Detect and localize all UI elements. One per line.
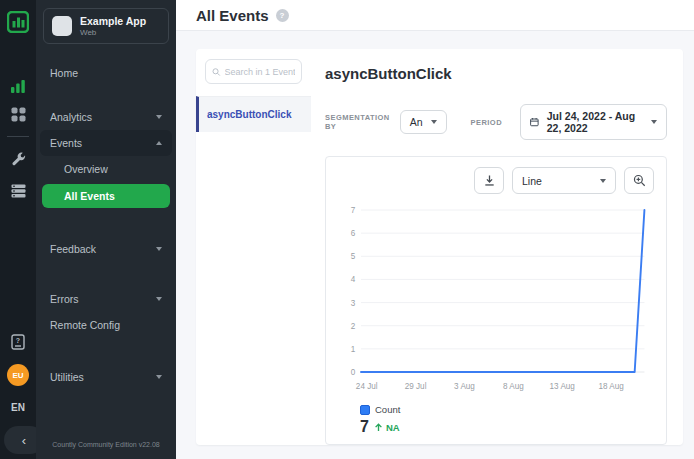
arrow-up-icon (374, 423, 383, 432)
sidebar-item-label: Events (50, 137, 82, 149)
chart-toolbar: Line (338, 167, 654, 194)
sidebar-nav: Home Analytics Events Overview All Event… (36, 60, 176, 390)
trend-value: NA (386, 422, 400, 433)
sidebar-item-label: All Events (64, 190, 115, 202)
segmentation-value: An (410, 116, 423, 128)
chevron-down-icon (156, 375, 162, 379)
legend-label: Count (375, 404, 400, 415)
content-area: asyncButtonClick asyncButtonClick SEGMEN… (176, 31, 694, 459)
page-header: All Events ? (176, 0, 694, 31)
svg-text:5: 5 (351, 251, 356, 261)
chart-panel: Line 0123456724 Jul29 Jul3 Aug8 Aug13 Au… (325, 156, 667, 445)
total-stat: 7 NA (338, 418, 654, 436)
sidebar-item-label: Feedback (50, 243, 96, 255)
sidebar-item-feedback[interactable]: Feedback (36, 236, 176, 262)
chart-type-value: Line (522, 175, 542, 187)
svg-text:4: 4 (351, 274, 356, 284)
sidebar-item-errors[interactable]: Errors (36, 286, 176, 312)
help-icon[interactable]: ? (276, 9, 289, 22)
svg-text:2: 2 (351, 321, 356, 331)
data-manager-icon[interactable] (0, 177, 36, 205)
sidebar-item-analytics[interactable]: Analytics (36, 104, 176, 130)
event-search-input[interactable] (225, 67, 296, 77)
app-type: Web (80, 28, 146, 37)
svg-text:7: 7 (351, 205, 356, 215)
sidebar-item-label: Errors (50, 293, 79, 305)
svg-text:6: 6 (351, 228, 356, 238)
controls-row: SEGMENTATION BY An PERIOD Jul 24, 2022 -… (325, 104, 667, 140)
trend-indicator: NA (374, 422, 400, 433)
apps-grid-icon[interactable] (0, 100, 36, 128)
sidebar-item-label: Analytics (50, 111, 92, 123)
sidebar-item-events-overview[interactable]: Overview (36, 156, 176, 182)
settings-wrench-icon[interactable] (0, 145, 36, 173)
chevron-down-icon (156, 115, 162, 119)
app-name: Example App (80, 15, 146, 28)
chevron-up-icon (156, 141, 162, 145)
sidebar-item-label: Utilities (50, 371, 84, 383)
events-card: asyncButtonClick asyncButtonClick SEGMEN… (196, 49, 683, 445)
period-value: Jul 24, 2022 - Aug 22, 2022 (547, 110, 643, 134)
sidebar-item-utilities[interactable]: Utilities (36, 364, 176, 390)
svg-text:8 Aug: 8 Aug (503, 381, 524, 391)
sidebar-item-label: Overview (64, 163, 108, 175)
line-chart: 0123456724 Jul29 Jul3 Aug8 Aug13 Aug18 A… (338, 200, 654, 398)
rail-divider (7, 136, 29, 137)
magnifier-plus-icon (633, 174, 646, 187)
segmentation-label: SEGMENTATION BY (325, 113, 390, 131)
event-title: asyncButtonClick (325, 65, 667, 82)
chevron-down-icon (431, 120, 437, 124)
total-value: 7 (360, 418, 369, 436)
app-thumbnail (52, 16, 72, 36)
main-area: All Events ? asyncButtonClick asyncButto… (176, 0, 694, 459)
sidebar: Example App Web Home Analytics Events Ov… (36, 0, 176, 459)
svg-text:18 Aug: 18 Aug (598, 381, 624, 391)
app-selector[interactable]: Example App Web (43, 8, 169, 44)
countly-logo-icon[interactable] (0, 8, 36, 36)
version-label: Countly Community Edition v22.08 (36, 441, 176, 448)
sidebar-item-label: Remote Config (50, 319, 120, 331)
svg-text:0: 0 (351, 367, 356, 377)
countly-app: ? EU EN ‹ Example App Web Home Analytics… (0, 0, 694, 459)
events-list-panel: asyncButtonClick (196, 49, 311, 445)
chevron-down-icon (156, 297, 162, 301)
sidebar-item-home[interactable]: Home (36, 60, 176, 86)
svg-text:?: ? (16, 337, 20, 344)
sidebar-item-label: Home (50, 67, 78, 79)
svg-text:24 Jul: 24 Jul (356, 381, 378, 391)
legend-swatch (360, 405, 370, 415)
icon-rail: ? EU EN ‹ (0, 0, 36, 459)
sidebar-item-remote-config[interactable]: Remote Config (36, 312, 176, 338)
sidebar-item-all-events[interactable]: All Events (42, 184, 170, 208)
event-list-item-selected[interactable]: asyncButtonClick (196, 96, 311, 132)
guides-help-icon[interactable]: ? (0, 328, 36, 356)
chevron-down-icon (651, 120, 657, 124)
period-label: PERIOD (471, 118, 502, 127)
segmentation-dropdown[interactable]: An (400, 110, 447, 134)
svg-text:3 Aug: 3 Aug (454, 381, 475, 391)
chart-wrap: 0123456724 Jul29 Jul3 Aug8 Aug13 Aug18 A… (338, 200, 654, 402)
event-search (205, 59, 302, 84)
legend-item-count[interactable]: Count (338, 404, 654, 415)
language-selector[interactable]: EN (11, 402, 25, 413)
search-icon (212, 67, 221, 77)
download-icon (483, 174, 496, 187)
analytics-bars-icon[interactable] (0, 72, 36, 100)
zoom-chart-button[interactable] (624, 167, 654, 194)
svg-text:29 Jul: 29 Jul (405, 381, 427, 391)
svg-text:13 Aug: 13 Aug (550, 381, 576, 391)
period-dropdown[interactable]: Jul 24, 2022 - Aug 22, 2022 (520, 104, 667, 140)
download-button[interactable] (474, 167, 504, 194)
chevron-down-icon (600, 179, 606, 183)
svg-text:1: 1 (351, 344, 356, 354)
event-detail-panel: asyncButtonClick SEGMENTATION BY An PERI… (311, 49, 683, 445)
sidebar-item-events[interactable]: Events (40, 130, 172, 156)
user-avatar[interactable]: EU (7, 364, 29, 386)
svg-text:3: 3 (351, 297, 356, 307)
page-title: All Events (196, 7, 269, 24)
chevron-down-icon (156, 247, 162, 251)
chart-type-dropdown[interactable]: Line (512, 167, 616, 194)
calendar-icon (530, 116, 539, 128)
